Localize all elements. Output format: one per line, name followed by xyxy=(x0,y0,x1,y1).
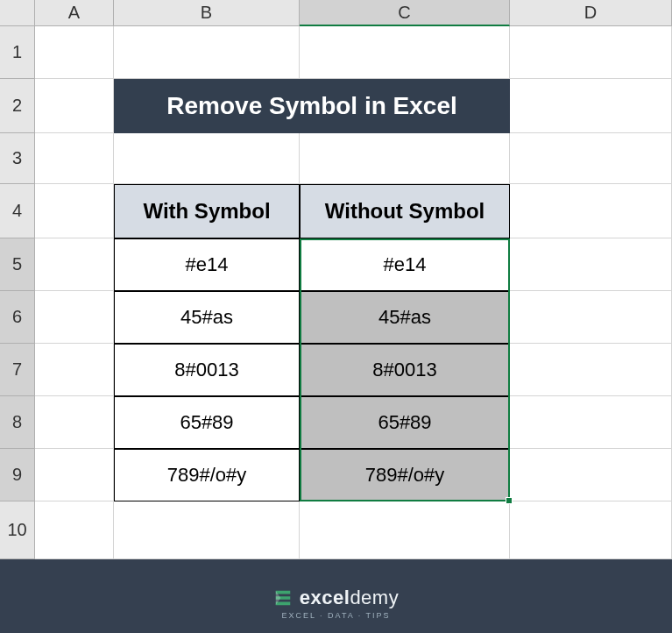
cell-D1[interactable] xyxy=(510,26,672,79)
cell-B8[interactable]: 65#89 xyxy=(114,396,300,449)
cell-C1[interactable] xyxy=(300,26,510,79)
cell-D2[interactable] xyxy=(510,79,672,133)
select-all-corner[interactable] xyxy=(0,0,35,26)
row-header-2[interactable]: 2 xyxy=(0,79,35,133)
page-title: Remove Symbol in Excel xyxy=(166,92,456,120)
cell-D6[interactable] xyxy=(510,291,672,344)
cell-A5[interactable] xyxy=(35,238,114,291)
cell-A8[interactable] xyxy=(35,396,114,449)
spreadsheet-grid: A B C D 1 2 Remove Symbol in Excel 3 4 W… xyxy=(0,0,672,559)
title-cell[interactable]: Remove Symbol in Excel xyxy=(114,79,510,133)
cell-D10[interactable] xyxy=(510,501,672,559)
cell-B7[interactable]: 8#0013 xyxy=(114,344,300,396)
cell-D9[interactable] xyxy=(510,449,672,501)
col-header-D[interactable]: D xyxy=(510,0,672,26)
footer-tagline: EXCEL · DATA · TIPS xyxy=(281,611,390,620)
row-header-3[interactable]: 3 xyxy=(0,133,35,184)
cell-D8[interactable] xyxy=(510,396,672,449)
cell-A9[interactable] xyxy=(35,449,114,501)
cell-C3[interactable] xyxy=(300,133,510,184)
cell-B6[interactable]: 45#as xyxy=(114,291,300,344)
cell-D5[interactable] xyxy=(510,238,672,291)
row-header-9[interactable]: 9 xyxy=(0,449,35,501)
cell-B9[interactable]: 789#/o#y xyxy=(114,449,300,501)
cell-C7[interactable]: 8#0013 xyxy=(300,344,510,396)
cell-B10[interactable] xyxy=(114,501,300,559)
cell-D4[interactable] xyxy=(510,184,672,238)
cell-C6[interactable]: 45#as xyxy=(300,291,510,344)
cell-D3[interactable] xyxy=(510,133,672,184)
cell-C9[interactable]: 789#/o#y xyxy=(300,449,510,501)
brand-text: exceldemy xyxy=(300,587,399,609)
col-header-A[interactable]: A xyxy=(35,0,114,26)
col-header-B[interactable]: B xyxy=(114,0,300,26)
col-header-C[interactable]: C xyxy=(300,0,510,26)
cell-A1[interactable] xyxy=(35,26,114,79)
row-header-5[interactable]: 5 xyxy=(0,238,35,291)
cell-D7[interactable] xyxy=(510,344,672,396)
row-header-8[interactable]: 8 xyxy=(0,396,35,449)
table-header-without[interactable]: Without Symbol xyxy=(300,184,510,238)
cell-A10[interactable] xyxy=(35,501,114,559)
cell-A3[interactable] xyxy=(35,133,114,184)
cell-B1[interactable] xyxy=(114,26,300,79)
cell-B3[interactable] xyxy=(114,133,300,184)
cell-A2[interactable] xyxy=(35,79,114,133)
cell-C5[interactable]: #e14 xyxy=(300,238,510,291)
spreadsheet-viewport: A B C D 1 2 Remove Symbol in Excel 3 4 W… xyxy=(0,0,672,559)
row-header-4[interactable]: 4 xyxy=(0,184,35,238)
cell-B5[interactable]: #e14 xyxy=(114,238,300,291)
row-header-6[interactable]: 6 xyxy=(0,291,35,344)
cell-C8[interactable]: 65#89 xyxy=(300,396,510,449)
row-header-7[interactable]: 7 xyxy=(0,344,35,396)
cell-A4[interactable] xyxy=(35,184,114,238)
cell-A6[interactable] xyxy=(35,291,114,344)
logo-icon xyxy=(273,588,293,608)
cell-A7[interactable] xyxy=(35,344,114,396)
row-header-1[interactable]: 1 xyxy=(0,26,35,79)
footer-watermark: exceldemy EXCEL · DATA · TIPS xyxy=(0,559,672,633)
row-header-10[interactable]: 10 xyxy=(0,501,35,559)
table-header-with[interactable]: With Symbol xyxy=(114,184,300,238)
cell-C10[interactable] xyxy=(300,501,510,559)
